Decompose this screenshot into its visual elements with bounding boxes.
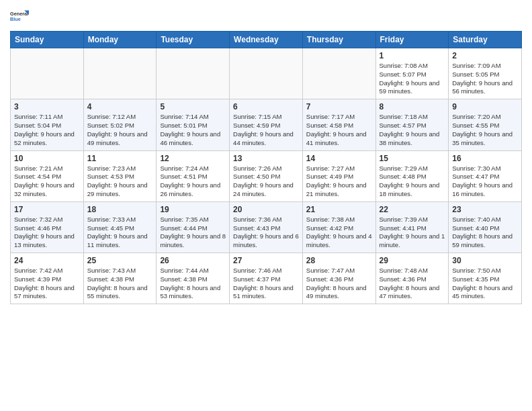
day-cell: 30Sunrise: 7:50 AMSunset: 4:35 PMDayligh… bbox=[449, 253, 522, 304]
day-number: 23 bbox=[452, 205, 518, 214]
week-row-4: 17Sunrise: 7:32 AMSunset: 4:46 PMDayligh… bbox=[11, 201, 522, 253]
day-cell: 4Sunrise: 7:12 AMSunset: 5:02 PMDaylight… bbox=[83, 99, 157, 150]
col-header-thursday: Thursday bbox=[302, 32, 375, 48]
day-cell: 14Sunrise: 7:27 AMSunset: 4:49 PMDayligh… bbox=[302, 150, 375, 201]
col-header-monday: Monday bbox=[83, 32, 157, 48]
week-row-5: 24Sunrise: 7:42 AMSunset: 4:39 PMDayligh… bbox=[11, 253, 522, 304]
day-cell: 22Sunrise: 7:39 AMSunset: 4:41 PMDayligh… bbox=[375, 201, 449, 253]
day-info: Sunrise: 7:30 AMSunset: 4:47 PMDaylight:… bbox=[452, 165, 518, 199]
day-info: Sunrise: 7:26 AMSunset: 4:50 PMDaylight:… bbox=[233, 165, 299, 199]
day-info: Sunrise: 7:43 AMSunset: 4:38 PMDaylight:… bbox=[87, 267, 153, 301]
day-info: Sunrise: 7:47 AMSunset: 4:36 PMDaylight:… bbox=[306, 267, 372, 301]
day-number: 2 bbox=[452, 51, 518, 60]
day-info: Sunrise: 7:48 AMSunset: 4:36 PMDaylight:… bbox=[380, 267, 445, 301]
day-cell: 10Sunrise: 7:21 AMSunset: 4:54 PMDayligh… bbox=[11, 150, 84, 201]
day-info: Sunrise: 7:32 AMSunset: 4:46 PMDaylight:… bbox=[14, 216, 80, 250]
day-number: 26 bbox=[160, 256, 226, 265]
day-info: Sunrise: 7:21 AMSunset: 4:54 PMDaylight:… bbox=[14, 165, 80, 199]
day-cell: 15Sunrise: 7:29 AMSunset: 4:48 PMDayligh… bbox=[375, 150, 449, 201]
day-cell: 20Sunrise: 7:36 AMSunset: 4:43 PMDayligh… bbox=[230, 201, 303, 253]
day-number: 19 bbox=[160, 205, 226, 214]
week-row-2: 3Sunrise: 7:11 AMSunset: 5:04 PMDaylight… bbox=[11, 99, 522, 150]
day-info: Sunrise: 7:24 AMSunset: 4:51 PMDaylight:… bbox=[160, 165, 226, 199]
day-number: 22 bbox=[380, 205, 445, 214]
day-cell bbox=[157, 48, 230, 99]
day-cell: 5Sunrise: 7:14 AMSunset: 5:01 PMDaylight… bbox=[157, 99, 230, 150]
day-number: 1 bbox=[380, 51, 445, 60]
day-number: 15 bbox=[380, 154, 445, 163]
page: GeneralBlue SundayMondayTuesdayWednesday… bbox=[0, 0, 532, 411]
day-number: 30 bbox=[452, 256, 518, 265]
day-cell: 29Sunrise: 7:48 AMSunset: 4:36 PMDayligh… bbox=[375, 253, 449, 304]
day-number: 27 bbox=[233, 256, 299, 265]
day-info: Sunrise: 7:33 AMSunset: 4:45 PMDaylight:… bbox=[87, 216, 153, 250]
day-number: 13 bbox=[233, 154, 299, 163]
col-header-friday: Friday bbox=[375, 32, 449, 48]
day-cell: 24Sunrise: 7:42 AMSunset: 4:39 PMDayligh… bbox=[11, 253, 84, 304]
day-number: 25 bbox=[87, 256, 153, 265]
day-cell bbox=[230, 48, 303, 99]
day-cell: 7Sunrise: 7:17 AMSunset: 4:58 PMDaylight… bbox=[302, 99, 375, 150]
day-cell: 3Sunrise: 7:11 AMSunset: 5:04 PMDaylight… bbox=[11, 99, 84, 150]
day-cell: 12Sunrise: 7:24 AMSunset: 4:51 PMDayligh… bbox=[157, 150, 230, 201]
day-cell: 2Sunrise: 7:09 AMSunset: 5:05 PMDaylight… bbox=[449, 48, 522, 99]
day-info: Sunrise: 7:12 AMSunset: 5:02 PMDaylight:… bbox=[87, 113, 153, 147]
day-info: Sunrise: 7:46 AMSunset: 4:37 PMDaylight:… bbox=[233, 267, 299, 301]
day-info: Sunrise: 7:50 AMSunset: 4:35 PMDaylight:… bbox=[452, 267, 518, 301]
day-info: Sunrise: 7:18 AMSunset: 4:57 PMDaylight:… bbox=[380, 113, 445, 147]
day-number: 3 bbox=[14, 102, 80, 111]
day-number: 29 bbox=[380, 256, 445, 265]
day-info: Sunrise: 7:40 AMSunset: 4:40 PMDaylight:… bbox=[452, 216, 518, 250]
day-info: Sunrise: 7:11 AMSunset: 5:04 PMDaylight:… bbox=[14, 113, 80, 147]
day-cell bbox=[302, 48, 375, 99]
day-cell: 26Sunrise: 7:44 AMSunset: 4:38 PMDayligh… bbox=[157, 253, 230, 304]
logo: GeneralBlue bbox=[10, 7, 29, 26]
day-cell: 1Sunrise: 7:08 AMSunset: 5:07 PMDaylight… bbox=[375, 48, 449, 99]
day-info: Sunrise: 7:36 AMSunset: 4:43 PMDaylight:… bbox=[233, 216, 299, 250]
day-cell bbox=[83, 48, 157, 99]
day-cell: 11Sunrise: 7:23 AMSunset: 4:53 PMDayligh… bbox=[83, 150, 157, 201]
day-number: 9 bbox=[452, 102, 518, 111]
header: GeneralBlue bbox=[10, 7, 522, 26]
day-info: Sunrise: 7:35 AMSunset: 4:44 PMDaylight:… bbox=[160, 216, 226, 250]
day-cell: 16Sunrise: 7:30 AMSunset: 4:47 PMDayligh… bbox=[449, 150, 522, 201]
day-cell bbox=[11, 48, 84, 99]
day-info: Sunrise: 7:23 AMSunset: 4:53 PMDaylight:… bbox=[87, 165, 153, 199]
day-cell: 25Sunrise: 7:43 AMSunset: 4:38 PMDayligh… bbox=[83, 253, 157, 304]
header-row: SundayMondayTuesdayWednesdayThursdayFrid… bbox=[11, 32, 522, 48]
day-number: 16 bbox=[452, 154, 518, 163]
day-info: Sunrise: 7:42 AMSunset: 4:39 PMDaylight:… bbox=[14, 267, 80, 301]
day-number: 12 bbox=[160, 154, 226, 163]
col-header-saturday: Saturday bbox=[449, 32, 522, 48]
day-cell: 8Sunrise: 7:18 AMSunset: 4:57 PMDaylight… bbox=[375, 99, 449, 150]
day-number: 20 bbox=[233, 205, 299, 214]
day-cell: 19Sunrise: 7:35 AMSunset: 4:44 PMDayligh… bbox=[157, 201, 230, 253]
day-number: 8 bbox=[380, 102, 445, 111]
day-number: 5 bbox=[160, 102, 226, 111]
day-info: Sunrise: 7:15 AMSunset: 4:59 PMDaylight:… bbox=[233, 113, 299, 147]
day-cell: 27Sunrise: 7:46 AMSunset: 4:37 PMDayligh… bbox=[230, 253, 303, 304]
col-header-sunday: Sunday bbox=[11, 32, 84, 48]
day-number: 6 bbox=[233, 102, 299, 111]
col-header-tuesday: Tuesday bbox=[157, 32, 230, 48]
day-number: 14 bbox=[306, 154, 372, 163]
logo-icon: GeneralBlue bbox=[10, 7, 29, 26]
week-row-3: 10Sunrise: 7:21 AMSunset: 4:54 PMDayligh… bbox=[11, 150, 522, 201]
day-cell: 13Sunrise: 7:26 AMSunset: 4:50 PMDayligh… bbox=[230, 150, 303, 201]
day-cell: 9Sunrise: 7:20 AMSunset: 4:55 PMDaylight… bbox=[449, 99, 522, 150]
day-number: 4 bbox=[87, 102, 153, 111]
day-number: 10 bbox=[14, 154, 80, 163]
day-info: Sunrise: 7:09 AMSunset: 5:05 PMDaylight:… bbox=[452, 62, 518, 96]
day-info: Sunrise: 7:08 AMSunset: 5:07 PMDaylight:… bbox=[380, 62, 445, 96]
day-info: Sunrise: 7:38 AMSunset: 4:42 PMDaylight:… bbox=[306, 216, 372, 250]
day-cell: 23Sunrise: 7:40 AMSunset: 4:40 PMDayligh… bbox=[449, 201, 522, 253]
day-cell: 18Sunrise: 7:33 AMSunset: 4:45 PMDayligh… bbox=[83, 201, 157, 253]
day-number: 11 bbox=[87, 154, 153, 163]
day-info: Sunrise: 7:14 AMSunset: 5:01 PMDaylight:… bbox=[160, 113, 226, 147]
day-number: 7 bbox=[306, 102, 372, 111]
day-cell: 17Sunrise: 7:32 AMSunset: 4:46 PMDayligh… bbox=[11, 201, 84, 253]
week-row-1: 1Sunrise: 7:08 AMSunset: 5:07 PMDaylight… bbox=[11, 48, 522, 99]
day-number: 24 bbox=[14, 256, 80, 265]
day-info: Sunrise: 7:17 AMSunset: 4:58 PMDaylight:… bbox=[306, 113, 372, 147]
day-info: Sunrise: 7:44 AMSunset: 4:38 PMDaylight:… bbox=[160, 267, 226, 301]
